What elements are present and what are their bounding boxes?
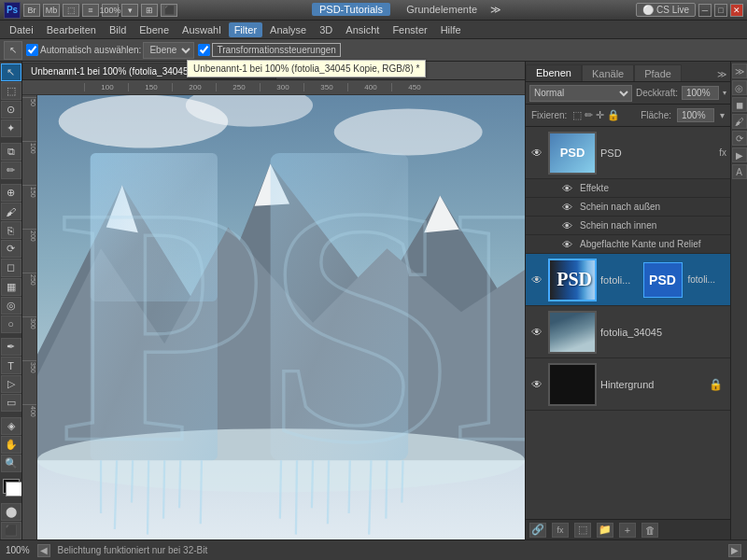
- tab-ebenen[interactable]: Ebenen: [526, 64, 582, 81]
- tool-lasso[interactable]: ⊙: [1, 101, 21, 119]
- view-btn[interactable]: ≡: [82, 4, 99, 17]
- effect-innen-eye[interactable]: 👁: [559, 218, 574, 233]
- effect-gruppe-eye[interactable]: 👁: [559, 181, 574, 196]
- menu-hilfe[interactable]: Hilfe: [435, 22, 467, 37]
- tool-path[interactable]: ▷: [1, 375, 21, 393]
- layer-hintergrund[interactable]: 👁 Hintergrund 🔒: [526, 358, 730, 411]
- menu-datei[interactable]: Datei: [4, 22, 39, 37]
- ps-tutorials-tab[interactable]: PSD-Tutorials: [312, 3, 390, 16]
- transform-checkbox[interactable]: [198, 44, 210, 56]
- tool-crop[interactable]: ⧉: [1, 143, 21, 161]
- flaeche-arrow[interactable]: ▾: [720, 110, 725, 120]
- status-prev-btn[interactable]: ◀: [37, 544, 50, 557]
- tab-pfade[interactable]: Pfade: [634, 64, 682, 81]
- panel-tabs: Ebenen Kanäle Pfade ≫: [526, 62, 730, 82]
- layer-fotolia[interactable]: 👁 fotolia_34045: [526, 306, 730, 358]
- blend-mode-bar: Normal Deckkraft: 100% ▾: [526, 82, 730, 105]
- mini-collapse-btn[interactable]: ≫: [732, 63, 747, 78]
- footer-fx-btn[interactable]: fx: [552, 523, 569, 538]
- effect-aussen-eye[interactable]: 👁: [559, 200, 574, 215]
- quick-mask[interactable]: ⬤: [1, 503, 21, 521]
- status-next-btn[interactable]: ▶: [728, 544, 741, 557]
- menu-ansicht[interactable]: Ansicht: [340, 22, 385, 37]
- footer-mask-btn[interactable]: ⬚: [574, 523, 591, 538]
- footer-delete-btn[interactable]: 🗑: [641, 523, 658, 538]
- layer-kopie-thumb: PSD: [548, 259, 597, 301]
- canvas-image[interactable]: PSD: [37, 95, 525, 539]
- tool-magic[interactable]: ✦: [1, 119, 21, 137]
- tool-type[interactable]: T: [1, 357, 21, 374]
- mini-history-btn[interactable]: ⟳: [732, 131, 747, 146]
- lock-transparent-icon[interactable]: ⬚: [572, 109, 582, 121]
- tool-shape[interactable]: ▭: [1, 394, 21, 412]
- layer-hintergrund-eye[interactable]: 👁: [529, 377, 544, 392]
- mini-brush-btn[interactable]: 🖌: [732, 114, 747, 129]
- tool-hand[interactable]: ✋: [1, 436, 21, 454]
- menu-3d[interactable]: 3D: [314, 22, 338, 37]
- tool-blur[interactable]: ◎: [1, 297, 21, 315]
- mini-color-btn[interactable]: ◼: [732, 97, 747, 112]
- lock-all-icon[interactable]: 🔒: [607, 109, 620, 121]
- bridge-btn[interactable]: Br: [23, 4, 40, 17]
- screen-mode[interactable]: ⬛: [1, 522, 21, 539]
- opacity-value[interactable]: 100%: [682, 86, 719, 100]
- menu-analyse[interactable]: Analyse: [264, 22, 312, 37]
- tool-pen[interactable]: ✒: [1, 338, 21, 356]
- transform-group: Transformationssteuerungen: [198, 43, 340, 57]
- menu-ebene[interactable]: Ebene: [134, 22, 175, 37]
- tool-dodge[interactable]: ○: [1, 315, 21, 333]
- cs-live-btn[interactable]: ⚪ CS Live: [636, 3, 696, 17]
- layer-psd-kopie[interactable]: 👁 PSD fotoli... PSD fotoli...: [526, 254, 730, 306]
- layer-kopie-eye[interactable]: 👁: [529, 273, 544, 287]
- zoom-val-btn[interactable]: 100%: [102, 4, 119, 17]
- grundelemente-tab[interactable]: Grundelemente: [399, 3, 485, 16]
- ruler-marks-h: 100 150 200 250 300 350 400 450: [84, 83, 435, 91]
- auto-select-dropdown[interactable]: Ebene: [143, 42, 194, 59]
- tool-history[interactable]: ⟳: [1, 240, 21, 258]
- tab-kanaele[interactable]: Kanäle: [582, 64, 634, 81]
- mini-btn[interactable]: Mb: [43, 4, 60, 17]
- tool-eyedropper[interactable]: ✏: [1, 161, 21, 179]
- lock-paint-icon[interactable]: ✏: [585, 109, 593, 121]
- layer-fotolia-eye[interactable]: 👁: [529, 325, 544, 340]
- tool-gradient[interactable]: ▦: [1, 278, 21, 296]
- menu-auswahl[interactable]: Auswahl: [176, 22, 227, 37]
- tool-marquee[interactable]: ⬚: [1, 82, 21, 100]
- tool-eraser[interactable]: ◻: [1, 259, 21, 276]
- layer-psd[interactable]: 👁 PSD PSD fx: [526, 127, 730, 179]
- effect-aussen-name: Schein nach außen: [580, 202, 660, 212]
- layer-psd-eye[interactable]: 👁: [529, 146, 544, 161]
- footer-group-btn[interactable]: 📁: [597, 523, 613, 538]
- mini-nav-btn[interactable]: ◎: [732, 80, 747, 95]
- opacity-arrow[interactable]: ▾: [723, 89, 726, 97]
- background-color[interactable]: [6, 482, 22, 497]
- tool-brush[interactable]: 🖌: [1, 203, 21, 220]
- footer-new-btn[interactable]: +: [619, 523, 636, 538]
- lock-move-icon[interactable]: ✛: [596, 109, 604, 121]
- tool-3d[interactable]: ◈: [1, 417, 21, 435]
- tool-move[interactable]: ↖: [1, 63, 21, 81]
- tool-clone[interactable]: ⎘: [1, 221, 21, 239]
- grid-btn[interactable]: ⊞: [141, 4, 158, 17]
- tool-zoom[interactable]: 🔍: [1, 455, 21, 472]
- maximize-btn[interactable]: □: [714, 4, 727, 17]
- mini-actions-btn[interactable]: ▶: [732, 147, 747, 162]
- layout-btn[interactable]: ⬛: [161, 4, 177, 17]
- zoom-down-btn[interactable]: ▾: [121, 4, 138, 17]
- panel-expand-btn[interactable]: ≫: [713, 67, 730, 81]
- minimize-btn[interactable]: ─: [698, 4, 712, 17]
- mini-char-btn[interactable]: A: [732, 164, 747, 179]
- blend-mode-select[interactable]: Normal: [529, 85, 632, 102]
- tool-heal[interactable]: ⊕: [1, 184, 21, 202]
- close-btn[interactable]: ✕: [730, 4, 743, 17]
- menu-bild[interactable]: Bild: [104, 22, 132, 37]
- ruler-v-150: 150: [22, 185, 36, 229]
- auto-select-checkbox[interactable]: [26, 44, 38, 56]
- zoom-btn[interactable]: ⬚: [63, 4, 79, 17]
- menu-bearbeiten[interactable]: Bearbeiten: [41, 22, 102, 37]
- footer-link-btn[interactable]: 🔗: [529, 523, 546, 538]
- menu-filter[interactable]: Filter: [229, 22, 262, 37]
- menu-fenster[interactable]: Fenster: [387, 22, 432, 37]
- flaeche-value[interactable]: 100%: [677, 108, 714, 122]
- effect-kante-eye[interactable]: 👁: [559, 237, 574, 252]
